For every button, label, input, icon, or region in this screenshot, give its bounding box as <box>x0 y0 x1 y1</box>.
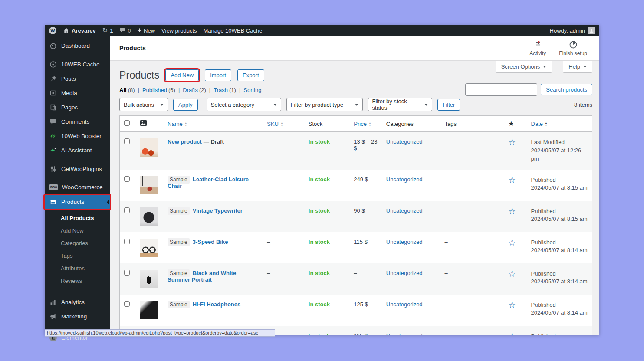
add-new-button[interactable]: Add New <box>165 69 199 81</box>
submenu-all-products[interactable]: All Products <box>45 212 110 224</box>
comments-link[interactable]: 0 <box>119 27 131 34</box>
sidebar-item-media[interactable]: Media <box>45 86 110 100</box>
help-toggle[interactable]: Help <box>563 61 592 73</box>
category-link[interactable]: Uncategorized <box>386 301 423 308</box>
submenu-tags[interactable]: Tags <box>45 249 110 262</box>
filter-button[interactable]: Filter <box>437 99 460 111</box>
featured-star-icon[interactable]: ☆ <box>508 207 516 216</box>
price-cell: 13 $ – 23 $ <box>349 132 381 170</box>
product-thumbnail[interactable] <box>140 207 158 226</box>
howdy-label: Howdy, admin <box>550 27 585 34</box>
wp-logo-menu[interactable]: W <box>49 27 56 34</box>
new-content-link[interactable]: + New <box>138 26 155 34</box>
category-link[interactable]: Uncategorized <box>386 207 423 214</box>
date-cell: Last Modified2024/05/07 at 12:26 pm <box>527 132 592 170</box>
site-name-label: Arevarev <box>72 27 96 34</box>
table-row: SampleVintage Typewriter – In stock 90 $… <box>120 201 592 232</box>
chevron-down-icon <box>160 104 164 108</box>
avatar[interactable] <box>588 27 595 34</box>
product-thumbnail[interactable] <box>140 270 158 288</box>
category-link[interactable]: Uncategorized <box>386 138 423 145</box>
product-thumbnail[interactable] <box>140 239 158 257</box>
chevron-down-icon <box>273 104 277 108</box>
sidebar-item-products[interactable]: Products <box>45 195 110 209</box>
sidebar-item-dashboard[interactable]: Dashboard <box>45 39 110 53</box>
view-products-link[interactable]: View products <box>161 27 197 34</box>
row-checkbox[interactable] <box>124 176 130 182</box>
view-trash[interactable]: Trash(1) <box>206 87 236 93</box>
view-sorting[interactable]: Sorting <box>236 87 263 93</box>
category-link[interactable]: Uncategorized <box>386 239 423 245</box>
category-link[interactable]: Uncategorized <box>386 332 423 335</box>
featured-star-icon[interactable]: ☆ <box>508 238 516 247</box>
manage-cache-link[interactable]: Manage 10WEB Cache <box>203 27 262 34</box>
product-thumbnail[interactable] <box>140 301 158 319</box>
screen-options-toggle[interactable]: Screen Options <box>496 61 552 73</box>
sidebar-item-getwooplugins[interactable]: GetWooPlugins <box>45 162 110 176</box>
sidebar-item-10web-booster[interactable]: 10Web Booster <box>45 129 110 143</box>
product-name-link[interactable]: New product <box>168 138 202 145</box>
featured-star-icon[interactable]: ☆ <box>508 138 516 147</box>
price-cell: 125 $ <box>349 295 381 326</box>
product-name-link[interactable]: 3-Speed Bike <box>193 239 228 245</box>
tags-cell: – <box>440 295 504 326</box>
dashboard-icon <box>49 42 57 49</box>
search-products-button[interactable]: Search products <box>541 84 592 95</box>
select-all-checkbox[interactable] <box>124 120 130 126</box>
category-link[interactable]: Uncategorized <box>386 270 423 276</box>
product-thumbnail[interactable] <box>140 138 158 157</box>
column-header-name[interactable]: Name▲▼ <box>163 116 263 132</box>
sidebar-item-10web-cache[interactable]: 10WEB Cache <box>45 57 110 72</box>
bulk-actions-select[interactable]: Bulk actions <box>119 98 168 111</box>
row-checkbox[interactable] <box>124 270 130 276</box>
sidebar-item-ai-assistant[interactable]: AI Assistant <box>45 143 110 158</box>
product-thumbnail[interactable] <box>140 176 158 194</box>
apply-button[interactable]: Apply <box>173 99 198 111</box>
product-type-filter-select[interactable]: Filter by product type <box>286 98 363 111</box>
row-checkbox[interactable] <box>124 207 130 213</box>
column-header-sku[interactable]: SKU▲▼ <box>263 116 304 132</box>
sidebar-item-marketing[interactable]: Marketing <box>45 309 110 324</box>
view-drafts[interactable]: Drafts(2) <box>175 87 206 93</box>
tags-cell: – <box>440 326 504 335</box>
view-published[interactable]: Published(6) <box>135 87 175 93</box>
updates-link[interactable]: ↻ 1 <box>102 26 113 34</box>
finish-setup-button[interactable]: Finish setup <box>559 40 587 56</box>
site-name-link[interactable]: Arevarev <box>63 27 96 34</box>
category-link[interactable]: Uncategorized <box>386 176 423 183</box>
featured-star-icon[interactable]: ☆ <box>508 269 516 279</box>
submenu-attributes[interactable]: Attributes <box>45 262 110 275</box>
sidebar-item-analytics[interactable]: Analytics <box>45 295 110 309</box>
view-all[interactable]: All(8) <box>119 87 135 93</box>
featured-star-icon[interactable]: ☆ <box>508 301 516 310</box>
import-button[interactable]: Import <box>205 69 231 81</box>
admin-sidebar: Dashboard 10WEB Cache Posts Media <box>45 36 110 335</box>
chevron-down-icon <box>543 66 546 69</box>
export-button[interactable]: Export <box>237 69 264 81</box>
sidebar-item-pages[interactable]: Pages <box>45 100 110 115</box>
submenu-add-new[interactable]: Add New <box>45 224 110 237</box>
sidebar-item-woocommerce[interactable]: woo WooCommerce <box>45 180 110 194</box>
product-name-link[interactable]: Hi-Fi Headphones <box>193 301 241 308</box>
stock-status-filter-select[interactable]: Filter by stock status <box>368 98 432 111</box>
main-area: Products Activity Finish setup <box>110 36 599 335</box>
header-title: Products <box>119 45 146 52</box>
activity-button[interactable]: Activity <box>529 40 546 56</box>
column-header-date[interactable]: Date▲▼ <box>527 116 592 132</box>
product-name-link[interactable]: Vintage Typewriter <box>193 207 243 214</box>
column-header-price[interactable]: Price▲▼ <box>349 116 381 132</box>
featured-star-icon[interactable]: ☆ <box>508 176 516 185</box>
row-checkbox[interactable] <box>124 239 130 244</box>
featured-star-icon[interactable]: ☆ <box>508 332 516 335</box>
account-menu[interactable]: Howdy, admin <box>550 27 585 34</box>
row-checkbox[interactable] <box>124 301 130 307</box>
row-checkbox[interactable] <box>124 138 130 144</box>
sample-badge: Sample <box>168 238 190 246</box>
category-filter-select[interactable]: Select a category <box>207 98 281 111</box>
comment-bubble-icon <box>49 118 57 125</box>
sidebar-item-comments[interactable]: Comments <box>45 115 110 129</box>
submenu-reviews[interactable]: Reviews <box>45 275 110 287</box>
sidebar-item-posts[interactable]: Posts <box>45 72 110 86</box>
search-input[interactable] <box>465 83 537 96</box>
submenu-categories[interactable]: Categories <box>45 237 110 249</box>
